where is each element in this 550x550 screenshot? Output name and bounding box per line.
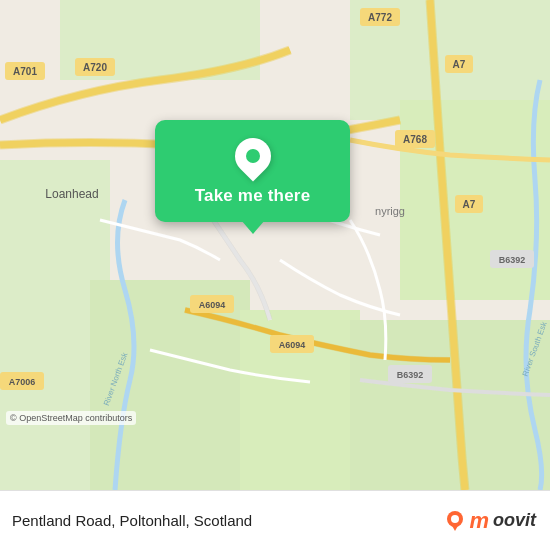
svg-text:A7: A7 (463, 199, 476, 210)
svg-text:A772: A772 (368, 12, 392, 23)
osm-attribution: © OpenStreetMap contributors (6, 411, 136, 425)
svg-text:A7006: A7006 (9, 377, 36, 387)
svg-text:A768: A768 (403, 134, 427, 145)
map-view: A701 A720 A720 A772 A7 A7 A768 A6094 A60… (0, 0, 550, 490)
take-me-there-popup[interactable]: Take me there (155, 120, 350, 222)
svg-text:B6392: B6392 (397, 370, 424, 380)
svg-text:A701: A701 (13, 66, 37, 77)
svg-text:B6392: B6392 (499, 255, 526, 265)
location-label: Pentland Road, Poltonhall, Scotland (12, 512, 252, 529)
svg-text:nyrigg: nyrigg (375, 205, 405, 217)
svg-text:A6094: A6094 (199, 300, 226, 310)
svg-marker-37 (451, 524, 459, 531)
svg-text:Loanhead: Loanhead (45, 187, 98, 201)
moovit-logo-m: m (469, 508, 489, 534)
bottom-bar: Pentland Road, Poltonhall, Scotland m oo… (0, 490, 550, 550)
moovit-logo: m oovit (445, 508, 536, 534)
moovit-logo-text: oovit (493, 510, 536, 531)
moovit-pin-icon (445, 510, 465, 532)
svg-text:A720: A720 (83, 62, 107, 73)
svg-text:A7: A7 (453, 59, 466, 70)
svg-text:A6094: A6094 (279, 340, 306, 350)
popup-label: Take me there (195, 186, 311, 206)
svg-point-38 (451, 515, 459, 523)
location-pin-icon (227, 131, 278, 182)
